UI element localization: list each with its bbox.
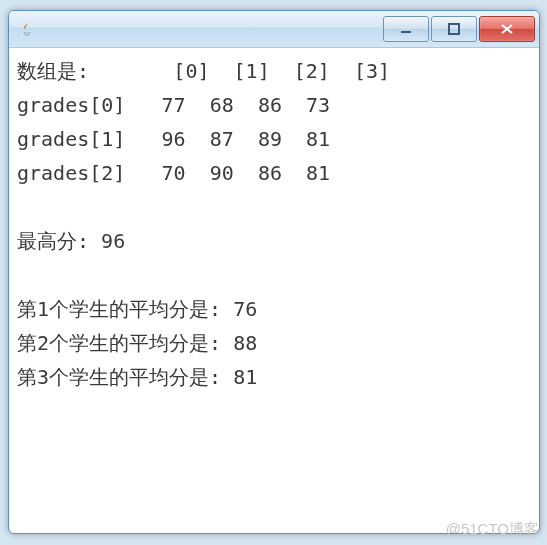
window-controls [383,16,535,42]
data-row: grades[1] 96 87 89 81 [17,122,531,156]
data-row: grades[2] 70 90 86 81 [17,156,531,190]
console-output: 数组是: [0] [1] [2] [3] grades[0] 77 68 86 … [9,48,539,400]
cell: 86 [258,93,282,117]
java-icon [17,19,37,39]
watermark: @51CTO博客 [446,520,539,539]
cell: 81 [306,127,330,151]
col-header: [0] [173,59,209,83]
titlebar [9,11,539,48]
col-header: [1] [234,59,270,83]
cell: 73 [306,93,330,117]
avg-label: 第3个学生的平均分是: [17,365,221,389]
cell: 86 [258,161,282,185]
avg-label: 第2个学生的平均分是: [17,331,221,355]
avg-row: 第3个学生的平均分是: 81 [17,360,531,394]
cell: 96 [162,127,186,151]
avg-value: 76 [233,297,257,321]
avg-row: 第2个学生的平均分是: 88 [17,326,531,360]
avg-row: 第1个学生的平均分是: 76 [17,292,531,326]
data-row: grades[0] 77 68 86 73 [17,88,531,122]
col-header: [3] [354,59,390,83]
cell: 77 [162,93,186,117]
highest-value: 96 [101,229,125,253]
cell: 68 [210,93,234,117]
array-label: 数组是: [17,59,89,83]
highest-label: 最高分: [17,229,89,253]
cell: 81 [306,161,330,185]
row-label: grades[1] [17,127,125,151]
close-button[interactable] [479,16,535,42]
cell: 90 [210,161,234,185]
row-label: grades[0] [17,93,125,117]
cell: 87 [210,127,234,151]
avg-label: 第1个学生的平均分是: [17,297,221,321]
svg-rect-1 [449,24,459,34]
svg-rect-0 [401,31,411,33]
highest-row: 最高分: 96 [17,224,531,258]
cell: 89 [258,127,282,151]
col-header: [2] [294,59,330,83]
avg-value: 81 [233,365,257,389]
maximize-button[interactable] [431,16,477,42]
app-window: 数组是: [0] [1] [2] [3] grades[0] 77 68 86 … [8,10,540,534]
header-row: 数组是: [0] [1] [2] [3] [17,54,531,88]
cell: 70 [162,161,186,185]
avg-value: 88 [233,331,257,355]
minimize-button[interactable] [383,16,429,42]
row-label: grades[2] [17,161,125,185]
